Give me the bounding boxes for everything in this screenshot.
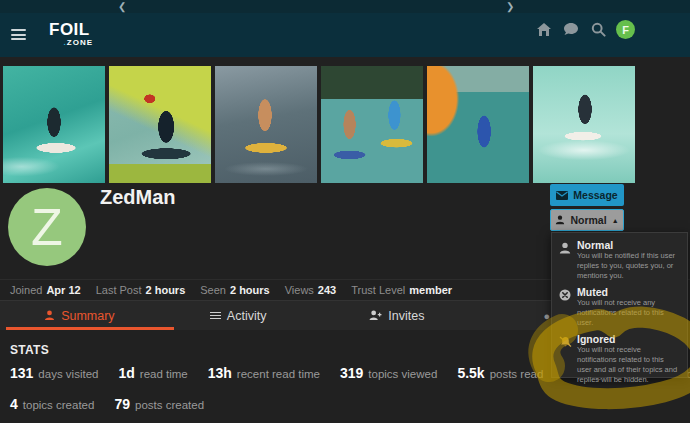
notification-level-button[interactable]: Normal ▲ <box>550 209 624 231</box>
home-icon[interactable] <box>535 21 553 39</box>
tab-summary[interactable]: Summary <box>0 301 159 330</box>
caret-up-icon: ▲ <box>612 217 619 224</box>
chat-icon[interactable] <box>562 21 580 39</box>
menu-item-ignored[interactable]: Ignored You will not receive notificatio… <box>559 333 680 385</box>
foil-zone-profile-page: ❮ ❯ FOIL .ZONE F Z ZedM <box>0 0 690 423</box>
stats-heading: STATS <box>10 343 49 357</box>
logo-secondary: .ZONE <box>49 38 93 47</box>
stat-recent-read-time: 13hrecent read time <box>208 365 320 381</box>
meta-joined: JoinedApr 12 <box>10 284 81 296</box>
top-strip: ❮ ❯ <box>0 0 690 13</box>
logo-primary: FOIL <box>49 21 93 38</box>
stat-days-visited: 131days visited <box>10 365 98 381</box>
stat-posts-read: 5.5kposts read <box>457 365 543 381</box>
search-icon[interactable] <box>589 21 607 39</box>
meta-seen: Seen2 hours <box>200 284 269 296</box>
user-plus-icon <box>369 310 382 321</box>
banner-photo-kite-foiler[interactable] <box>427 66 529 183</box>
banner-photo-sup-foiler[interactable] <box>215 66 317 183</box>
message-button[interactable]: Message <box>550 184 624 206</box>
meta-trust-level: Trust Levelmember <box>351 284 452 296</box>
meta-views: Views243 <box>285 284 337 296</box>
profile-avatar: Z <box>8 188 86 266</box>
profile-banner <box>3 66 635 183</box>
user-icon <box>44 310 55 321</box>
banner-photo-surf-foiler[interactable] <box>3 66 105 183</box>
active-tab-underline <box>6 327 174 330</box>
banner-photo-windfoiler[interactable] <box>109 66 211 183</box>
stat-topics-viewed: 319topics viewed <box>340 365 437 381</box>
list-icon <box>210 310 221 321</box>
stat-posts-created: 79posts created <box>114 396 204 412</box>
bell-slash-icon <box>559 333 572 385</box>
stat-topics-created: 4topics created <box>10 396 94 412</box>
notification-level-menu: Normal You will be notified if this user… <box>551 232 688 378</box>
profile-tabs: Summary Activity Invites ● B. <box>0 300 635 330</box>
tab-activity[interactable]: Activity <box>159 301 318 330</box>
circle-x-icon <box>559 286 572 328</box>
tab-invites[interactable]: Invites <box>318 301 477 330</box>
chevron-right-icon[interactable]: ❯ <box>506 1 514 12</box>
stat-read-time: 1dread time <box>118 365 187 381</box>
site-header: FOIL .ZONE F <box>0 13 690 57</box>
envelope-icon <box>556 191 568 200</box>
user-icon <box>559 239 572 281</box>
user-icon <box>555 215 565 225</box>
stats-row-2: 4topics created 79posts created <box>10 396 204 412</box>
site-logo[interactable]: FOIL .ZONE <box>49 21 93 47</box>
badge-icon: ● <box>543 310 550 322</box>
current-user-avatar[interactable]: F <box>616 20 635 39</box>
menu-icon[interactable] <box>11 29 26 40</box>
profile-username: ZedMan <box>100 186 176 209</box>
chevron-left-icon[interactable]: ❮ <box>118 1 126 12</box>
banner-photo-mint-foiler[interactable] <box>533 66 635 183</box>
menu-item-muted[interactable]: Muted You will not receive any notificat… <box>559 286 680 328</box>
banner-photo-two-foilers[interactable] <box>321 66 423 183</box>
meta-last-post: Last Post2 hours <box>96 284 186 296</box>
menu-item-normal[interactable]: Normal You will be notified if this user… <box>559 239 680 281</box>
